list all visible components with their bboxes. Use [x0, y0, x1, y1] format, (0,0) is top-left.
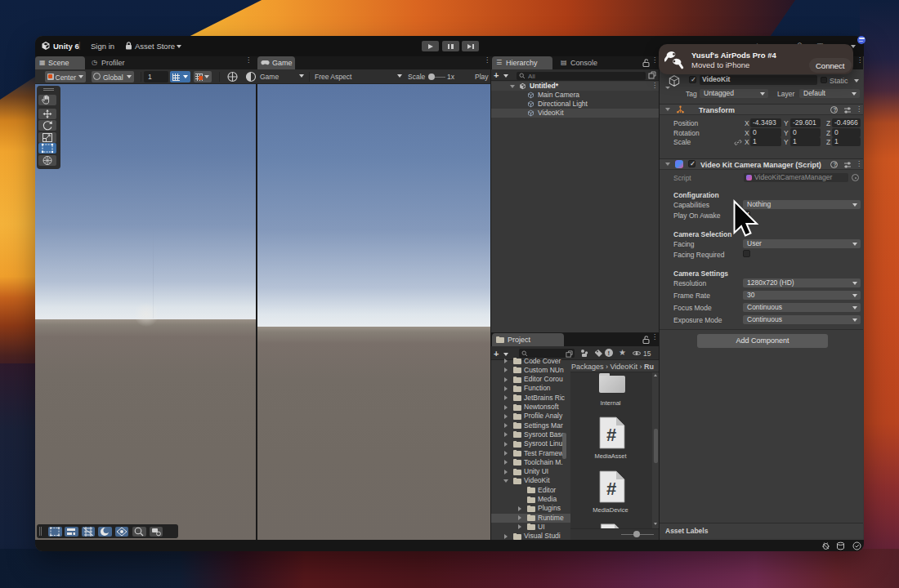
svg-text:#: # — [606, 479, 616, 499]
svg-text:#: # — [606, 425, 616, 445]
